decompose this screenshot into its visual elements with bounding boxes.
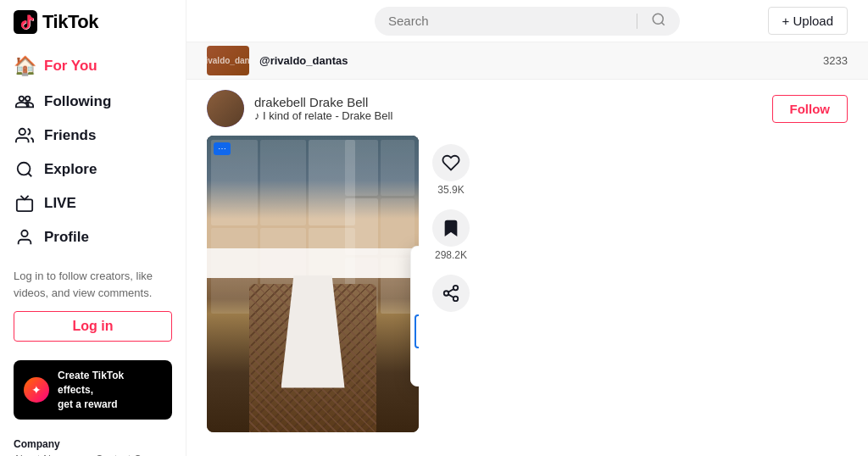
svg-point-4 — [21, 231, 27, 236]
footer-company: Company — [14, 438, 172, 450]
prev-video-bar: @rivaldo_dantas @rivaldo_dantas 3233 — [186, 42, 868, 80]
like-count: 35.9K — [437, 184, 464, 196]
effects-icon: ✦ — [24, 377, 49, 403]
home-icon: 🏠 — [14, 55, 36, 77]
prev-video-thumbnail[interactable]: @rivaldo_dantas — [207, 46, 249, 75]
login-description: Log in to follow creators, like videos, … — [14, 268, 172, 301]
svg-rect-3 — [17, 199, 32, 211]
profile-icon — [14, 228, 36, 247]
tiktok-logo-icon — [14, 10, 37, 34]
context-menu-item-details[interactable]: View video details — [411, 350, 419, 381]
sidebar-item-explore[interactable]: Explore — [0, 153, 186, 186]
avatar-image — [207, 90, 244, 127]
explore-icon — [14, 160, 36, 179]
context-menu-item-copy[interactable]: Copy link — [415, 314, 419, 348]
svg-line-16 — [448, 289, 453, 292]
friends-icon — [14, 126, 36, 145]
sidebar-item-label: For You — [44, 58, 97, 75]
bookmark-button[interactable]: 298.2K — [432, 209, 470, 261]
svg-line-2 — [28, 173, 31, 176]
following-icon — [14, 92, 36, 111]
live-icon — [14, 194, 36, 213]
upload-button[interactable]: + Upload — [768, 7, 848, 35]
sidebar-item-following[interactable]: Following — [0, 85, 186, 119]
login-section: Log in to follow creators, like videos, … — [0, 258, 186, 352]
video-badge: ⋯ — [214, 142, 231, 155]
svg-point-13 — [444, 291, 449, 296]
video-author-row: drakebell Drake Bell ♪ I kind of relate … — [207, 90, 848, 127]
like-icon — [432, 144, 470, 181]
context-menu: Download video Send to friend — [410, 246, 419, 386]
sidebar: TikTok 🏠 For You Following — [0, 0, 186, 456]
context-menu-item-send[interactable]: Send to friend — [411, 282, 419, 313]
sidebar-item-label: Following — [44, 93, 111, 110]
prev-video-count: 3233 — [823, 54, 848, 67]
svg-point-12 — [453, 286, 459, 291]
video-placeholder — [207, 136, 419, 432]
svg-point-1 — [18, 163, 31, 175]
video-container[interactable]: ⋯ Download video — [207, 136, 419, 432]
author-details: drakebell Drake Bell ♪ I kind of relate … — [254, 95, 392, 122]
create-effects-button[interactable]: ✦ Create TikTok effects, get a reward — [14, 360, 172, 420]
song-info: ♪ I kind of relate - Drake Bell — [254, 109, 392, 122]
svg-line-15 — [448, 294, 453, 298]
svg-point-5 — [653, 14, 663, 24]
sidebar-item-label: LIVE — [44, 195, 76, 212]
bookmark-icon — [432, 209, 470, 247]
top-header: + Upload — [186, 0, 868, 42]
prev-username-overlay: @rivaldo_dantas — [207, 54, 249, 67]
sidebar-item-label: Friends — [44, 127, 96, 144]
author-info: drakebell Drake Bell ♪ I kind of relate … — [207, 90, 392, 127]
search-bar — [375, 7, 680, 36]
logo-area[interactable]: TikTok — [0, 0, 186, 47]
login-button[interactable]: Log in — [14, 311, 172, 342]
share-icon — [432, 275, 470, 312]
logo-text: TikTok — [42, 11, 98, 33]
footer-links: Company About Newsroom Contact Careers — [0, 428, 186, 456]
video-section: drakebell Drake Bell ♪ I kind of relate … — [186, 80, 868, 432]
sidebar-item-friends[interactable]: Friends — [0, 119, 186, 153]
main-content: + Upload @rivaldo_dantas @rivaldo_dantas… — [186, 0, 868, 456]
avatar[interactable] — [207, 90, 244, 127]
sidebar-item-label: Profile — [44, 229, 89, 246]
sidebar-item-live[interactable]: LIVE — [0, 186, 186, 220]
sidebar-item-label: Explore — [44, 161, 97, 178]
prev-video-username: @rivaldo_dantas — [259, 54, 348, 67]
search-icon-button[interactable] — [651, 12, 666, 31]
search-input[interactable] — [388, 14, 623, 28]
bookmark-count: 298.2K — [435, 249, 467, 261]
svg-line-6 — [661, 22, 664, 25]
sidebar-item-profile[interactable]: Profile — [0, 220, 186, 254]
action-sidebar: 35.9K 298.2K — [432, 136, 470, 432]
video-with-actions: ⋯ Download video — [207, 136, 848, 432]
share-button[interactable] — [432, 275, 470, 312]
follow-button[interactable]: Follow — [772, 95, 849, 123]
svg-point-14 — [453, 297, 459, 302]
svg-point-0 — [19, 129, 25, 135]
nav-menu: 🏠 For You Following Friends — [0, 47, 186, 254]
author-username: drakebell Drake Bell — [254, 95, 392, 109]
like-button[interactable]: 35.9K — [432, 144, 470, 196]
sidebar-item-for-you[interactable]: 🏠 For You — [0, 47, 186, 85]
search-divider — [637, 14, 637, 29]
context-menu-item-download[interactable]: Download video — [411, 252, 419, 282]
effects-text: Create TikTok effects, get a reward — [58, 369, 162, 411]
